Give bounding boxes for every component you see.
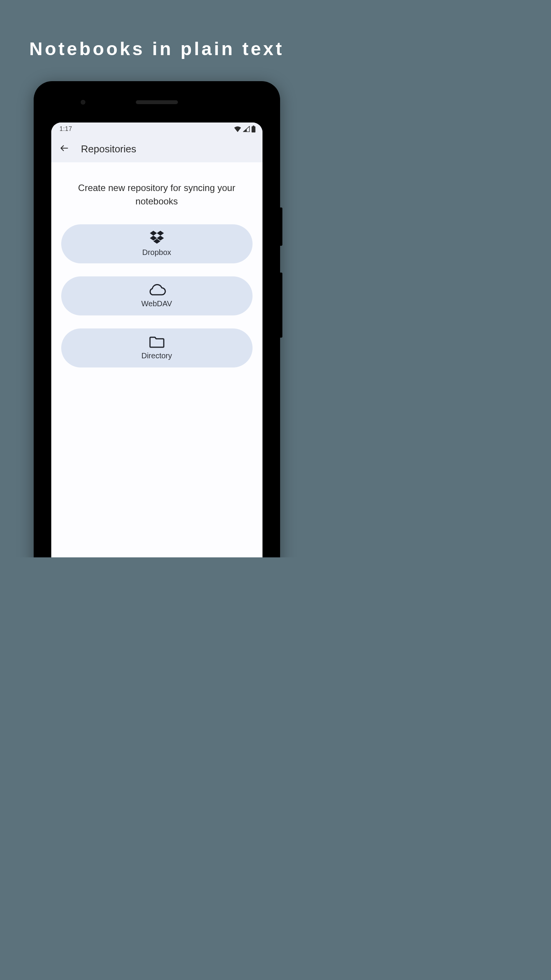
app-bar: Repositories	[51, 136, 262, 162]
arrow-left-icon	[59, 143, 69, 155]
phone-speaker	[136, 100, 178, 104]
svg-rect-0	[253, 126, 254, 126]
battery-icon	[251, 126, 256, 132]
repo-option-label: WebDAV	[141, 299, 172, 308]
dropbox-icon	[148, 230, 165, 245]
phone-screen: 1:17	[51, 122, 262, 557]
repo-option-dropbox[interactable]: Dropbox	[61, 224, 253, 263]
wifi-icon	[234, 126, 241, 132]
repo-option-label: Directory	[141, 351, 172, 360]
phone-power-button	[280, 207, 282, 246]
page-title: Repositories	[81, 143, 137, 155]
promo-headline: Notebooks in plain text	[0, 0, 313, 59]
svg-marker-3	[157, 231, 164, 236]
phone-frame: 1:17	[34, 81, 280, 557]
repo-option-label: Dropbox	[142, 248, 171, 257]
phone-volume-button	[280, 273, 282, 338]
status-bar: 1:17	[51, 122, 262, 136]
section-subtitle: Create new repository for syncing your n…	[69, 181, 245, 208]
svg-marker-2	[150, 231, 156, 236]
cloud-icon	[147, 283, 166, 296]
phone-camera	[81, 100, 85, 105]
status-time: 1:17	[60, 126, 72, 132]
repo-option-directory[interactable]: Directory	[61, 328, 253, 368]
repo-option-webdav[interactable]: WebDAV	[61, 276, 253, 315]
main-content: Create new repository for syncing your n…	[51, 162, 262, 557]
folder-icon	[149, 335, 165, 348]
cellular-icon	[243, 126, 250, 132]
svg-rect-1	[251, 126, 255, 132]
back-button[interactable]	[57, 141, 72, 157]
